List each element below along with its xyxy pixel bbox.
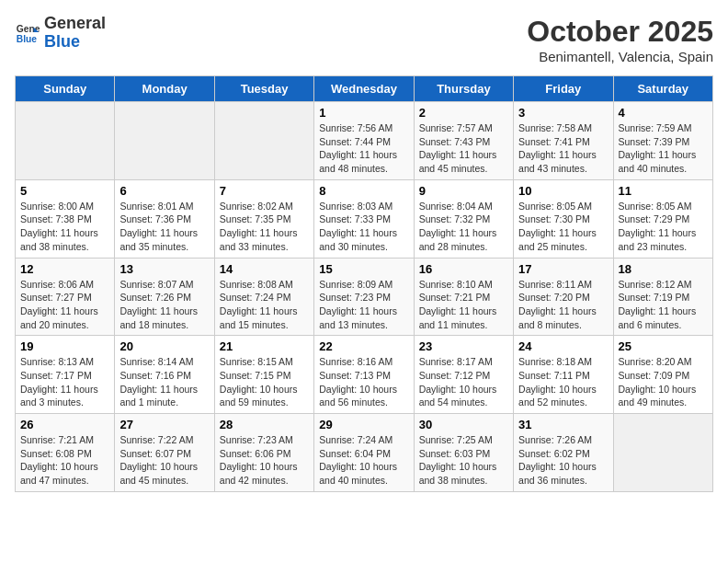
calendar-cell: 15Sunrise: 8:09 AM Sunset: 7:23 PM Dayli…: [314, 258, 414, 336]
calendar-cell: 2Sunrise: 7:57 AM Sunset: 7:43 PM Daylig…: [414, 102, 513, 180]
day-info: Sunrise: 8:10 AM Sunset: 7:21 PM Dayligh…: [419, 278, 508, 332]
calendar-cell: 3Sunrise: 7:58 AM Sunset: 7:41 PM Daylig…: [514, 102, 613, 180]
day-info: Sunrise: 8:16 AM Sunset: 7:13 PM Dayligh…: [319, 355, 408, 409]
day-number: 6: [119, 184, 209, 198]
day-info: Sunrise: 8:18 AM Sunset: 7:11 PM Dayligh…: [518, 355, 608, 409]
day-info: Sunrise: 7:58 AM Sunset: 7:41 PM Dayligh…: [518, 121, 608, 176]
header: General Blue General Blue October 2025 B…: [15, 15, 713, 64]
day-info: Sunrise: 8:03 AM Sunset: 7:33 PM Dayligh…: [319, 200, 408, 254]
calendar-cell: 4Sunrise: 7:59 AM Sunset: 7:39 PM Daylig…: [613, 102, 712, 180]
calendar-cell: 28Sunrise: 7:23 AM Sunset: 6:06 PM Dayli…: [214, 414, 313, 492]
day-number: 16: [419, 262, 508, 276]
day-info: Sunrise: 7:21 AM Sunset: 6:08 PM Dayligh…: [20, 433, 109, 488]
weekday-header: Tuesday: [214, 76, 313, 102]
calendar-cell: 21Sunrise: 8:15 AM Sunset: 7:15 PM Dayli…: [214, 336, 313, 414]
day-info: Sunrise: 8:00 AM Sunset: 7:38 PM Dayligh…: [20, 200, 109, 254]
day-number: 10: [518, 184, 608, 198]
day-number: 24: [518, 339, 608, 353]
day-info: Sunrise: 8:14 AM Sunset: 7:16 PM Dayligh…: [119, 355, 209, 409]
calendar-cell: 6Sunrise: 8:01 AM Sunset: 7:36 PM Daylig…: [115, 179, 214, 258]
weekday-header: Friday: [514, 76, 613, 102]
calendar-cell: [214, 102, 313, 180]
day-number: 17: [518, 262, 608, 276]
calendar-cell: 24Sunrise: 8:18 AM Sunset: 7:11 PM Dayli…: [514, 336, 613, 414]
calendar-body: 1Sunrise: 7:56 AM Sunset: 7:44 PM Daylig…: [16, 102, 713, 492]
location-title: Benimantell, Valencia, Spain: [527, 49, 713, 64]
calendar-cell: 1Sunrise: 7:56 AM Sunset: 7:44 PM Daylig…: [314, 102, 414, 180]
calendar-cell: 25Sunrise: 8:20 AM Sunset: 7:09 PM Dayli…: [613, 336, 712, 414]
day-info: Sunrise: 7:23 AM Sunset: 6:06 PM Dayligh…: [220, 433, 309, 488]
day-number: 31: [518, 418, 608, 431]
day-info: Sunrise: 8:20 AM Sunset: 7:09 PM Dayligh…: [619, 355, 708, 409]
calendar-cell: 9Sunrise: 8:04 AM Sunset: 7:32 PM Daylig…: [414, 179, 513, 258]
calendar-cell: 5Sunrise: 8:00 AM Sunset: 7:38 PM Daylig…: [16, 179, 115, 258]
logo: General Blue General Blue: [15, 15, 106, 52]
calendar-cell: 13Sunrise: 8:07 AM Sunset: 7:26 PM Dayli…: [115, 258, 214, 336]
day-info: Sunrise: 8:08 AM Sunset: 7:24 PM Dayligh…: [220, 278, 309, 332]
calendar-cell: 16Sunrise: 8:10 AM Sunset: 7:21 PM Dayli…: [414, 258, 513, 336]
svg-text:Blue: Blue: [17, 34, 38, 44]
logo-text: General Blue: [44, 15, 106, 52]
calendar-cell: 12Sunrise: 8:06 AM Sunset: 7:27 PM Dayli…: [16, 258, 115, 336]
day-info: Sunrise: 7:59 AM Sunset: 7:39 PM Dayligh…: [619, 121, 708, 176]
calendar-cell: 20Sunrise: 8:14 AM Sunset: 7:16 PM Dayli…: [115, 336, 214, 414]
calendar-cell: 30Sunrise: 7:25 AM Sunset: 6:03 PM Dayli…: [414, 414, 513, 492]
calendar-cell: 11Sunrise: 8:05 AM Sunset: 7:29 PM Dayli…: [613, 179, 712, 258]
day-info: Sunrise: 8:13 AM Sunset: 7:17 PM Dayligh…: [20, 355, 109, 409]
calendar-week-row: 26Sunrise: 7:21 AM Sunset: 6:08 PM Dayli…: [16, 414, 713, 492]
calendar-cell: [115, 102, 214, 180]
calendar-cell: 27Sunrise: 7:22 AM Sunset: 6:07 PM Dayli…: [115, 414, 214, 492]
day-number: 19: [20, 339, 109, 353]
calendar-cell: 17Sunrise: 8:11 AM Sunset: 7:20 PM Dayli…: [514, 258, 613, 336]
day-info: Sunrise: 8:05 AM Sunset: 7:29 PM Dayligh…: [619, 200, 708, 254]
day-number: 8: [319, 184, 408, 198]
day-info: Sunrise: 8:02 AM Sunset: 7:35 PM Dayligh…: [220, 200, 309, 254]
day-info: Sunrise: 7:22 AM Sunset: 6:07 PM Dayligh…: [119, 433, 209, 488]
day-info: Sunrise: 7:26 AM Sunset: 6:02 PM Dayligh…: [518, 433, 608, 488]
day-info: Sunrise: 8:17 AM Sunset: 7:12 PM Dayligh…: [419, 355, 508, 409]
weekday-header-row: SundayMondayTuesdayWednesdayThursdayFrid…: [16, 76, 713, 102]
day-number: 26: [20, 418, 109, 431]
calendar-cell: 19Sunrise: 8:13 AM Sunset: 7:17 PM Dayli…: [16, 336, 115, 414]
calendar-week-row: 5Sunrise: 8:00 AM Sunset: 7:38 PM Daylig…: [16, 179, 713, 258]
day-number: 4: [619, 106, 708, 120]
logo-icon: General Blue: [15, 20, 40, 46]
calendar-week-row: 19Sunrise: 8:13 AM Sunset: 7:17 PM Dayli…: [16, 336, 713, 414]
day-number: 23: [419, 339, 508, 353]
calendar-cell: 10Sunrise: 8:05 AM Sunset: 7:30 PM Dayli…: [514, 179, 613, 258]
day-number: 27: [119, 418, 209, 431]
calendar-week-row: 12Sunrise: 8:06 AM Sunset: 7:27 PM Dayli…: [16, 258, 713, 336]
day-number: 15: [319, 262, 408, 276]
day-info: Sunrise: 7:25 AM Sunset: 6:03 PM Dayligh…: [419, 433, 508, 488]
weekday-header: Wednesday: [314, 76, 414, 102]
day-number: 25: [619, 339, 708, 353]
month-title: October 2025: [527, 15, 713, 49]
weekday-header: Saturday: [613, 76, 712, 102]
day-number: 12: [20, 262, 109, 276]
calendar-cell: 18Sunrise: 8:12 AM Sunset: 7:19 PM Dayli…: [613, 258, 712, 336]
day-number: 2: [419, 106, 508, 120]
day-number: 22: [319, 339, 408, 353]
day-info: Sunrise: 8:12 AM Sunset: 7:19 PM Dayligh…: [619, 278, 708, 332]
day-info: Sunrise: 8:11 AM Sunset: 7:20 PM Dayligh…: [518, 278, 608, 332]
day-number: 1: [319, 106, 408, 120]
day-number: 13: [119, 262, 209, 276]
calendar-cell: 26Sunrise: 7:21 AM Sunset: 6:08 PM Dayli…: [16, 414, 115, 492]
day-info: Sunrise: 8:15 AM Sunset: 7:15 PM Dayligh…: [220, 355, 309, 409]
day-number: 11: [619, 184, 708, 198]
day-number: 9: [419, 184, 508, 198]
calendar-cell: 8Sunrise: 8:03 AM Sunset: 7:33 PM Daylig…: [314, 179, 414, 258]
day-info: Sunrise: 8:01 AM Sunset: 7:36 PM Dayligh…: [119, 200, 209, 254]
calendar-cell: 29Sunrise: 7:24 AM Sunset: 6:04 PM Dayli…: [314, 414, 414, 492]
day-info: Sunrise: 8:07 AM Sunset: 7:26 PM Dayligh…: [119, 278, 209, 332]
day-number: 3: [518, 106, 608, 120]
day-info: Sunrise: 8:05 AM Sunset: 7:30 PM Dayligh…: [518, 200, 608, 254]
calendar-table: SundayMondayTuesdayWednesdayThursdayFrid…: [15, 75, 713, 492]
day-number: 20: [119, 339, 209, 353]
day-info: Sunrise: 8:09 AM Sunset: 7:23 PM Dayligh…: [319, 278, 408, 332]
calendar-cell: 22Sunrise: 8:16 AM Sunset: 7:13 PM Dayli…: [314, 336, 414, 414]
day-info: Sunrise: 7:56 AM Sunset: 7:44 PM Dayligh…: [319, 121, 408, 176]
weekday-header: Thursday: [414, 76, 513, 102]
day-info: Sunrise: 7:57 AM Sunset: 7:43 PM Dayligh…: [419, 121, 508, 176]
title-area: October 2025 Benimantell, Valencia, Spai…: [527, 15, 713, 64]
